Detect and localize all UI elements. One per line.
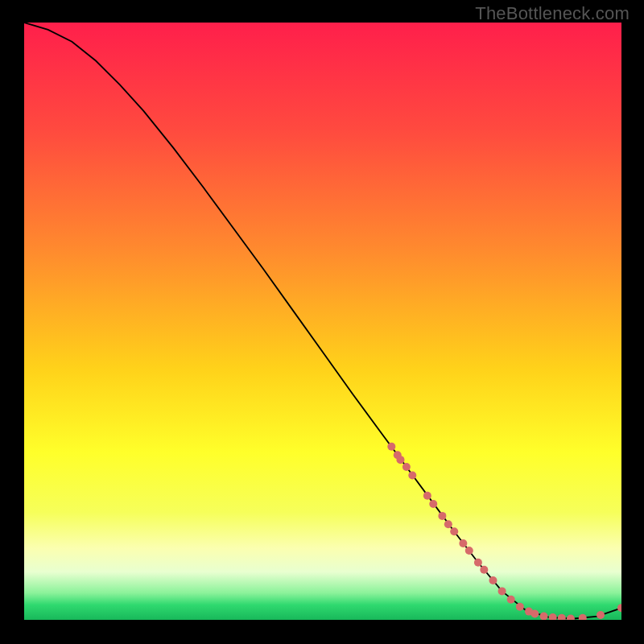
chart-background-gradient xyxy=(24,23,621,620)
chart-plot-area xyxy=(24,23,621,620)
watermark-text: TheBottleneck.com xyxy=(475,3,630,24)
svg-rect-0 xyxy=(24,23,621,620)
